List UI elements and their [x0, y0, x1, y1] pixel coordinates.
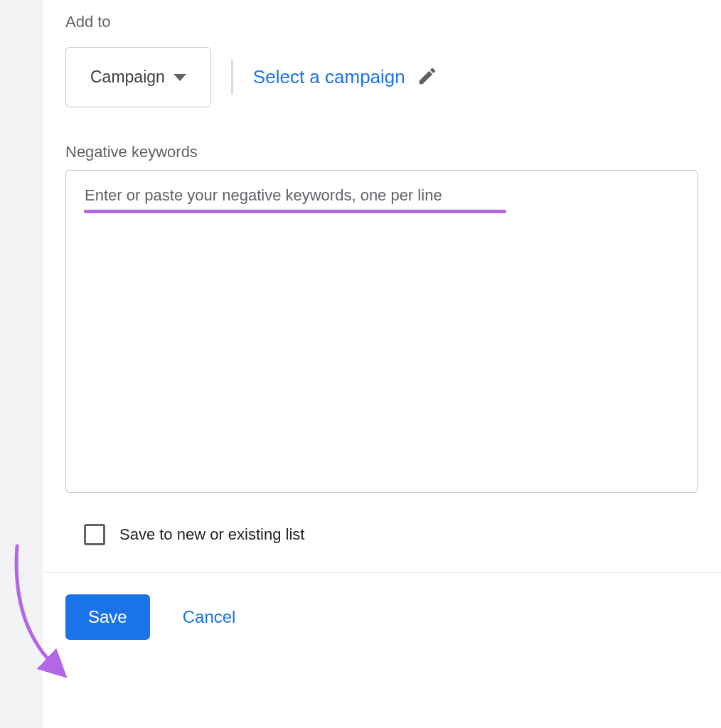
save-to-list-checkbox[interactable]	[84, 524, 105, 545]
add-to-row: Campaign Select a campaign	[65, 47, 698, 107]
cancel-button[interactable]: Cancel	[183, 607, 236, 627]
negative-keywords-wrap	[65, 170, 698, 496]
save-to-list-row: Save to new or existing list	[84, 524, 698, 545]
negative-keywords-input[interactable]	[65, 170, 698, 493]
add-to-dropdown[interactable]: Campaign	[65, 47, 211, 107]
vertical-divider	[231, 60, 233, 95]
main-panel: Add to Campaign Select a campaign Negati…	[43, 0, 721, 728]
save-button[interactable]: Save	[65, 594, 150, 640]
select-campaign-link[interactable]: Select a campaign	[253, 66, 405, 88]
negative-keywords-label: Negative keywords	[65, 143, 698, 161]
chevron-down-icon	[173, 74, 186, 81]
select-campaign-group: Select a campaign	[253, 65, 438, 90]
pencil-icon[interactable]	[417, 65, 438, 90]
add-to-dropdown-value: Campaign	[90, 68, 165, 87]
save-to-list-label: Save to new or existing list	[119, 525, 304, 544]
left-gutter	[0, 0, 43, 728]
footer-actions: Save Cancel	[65, 573, 698, 640]
add-to-label: Add to	[65, 13, 698, 31]
